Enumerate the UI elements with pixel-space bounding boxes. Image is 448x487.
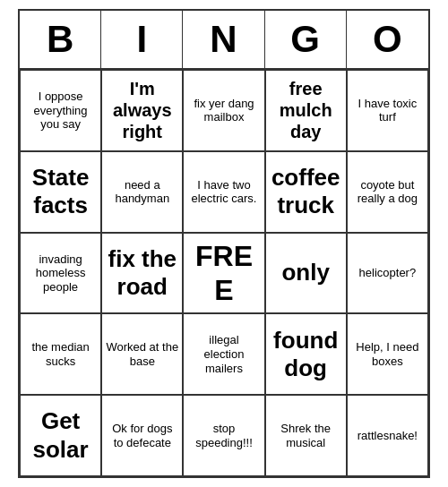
bingo-cell-16: Worked at the base [101,313,183,395]
bingo-cell-0: I oppose everything you say [20,70,101,151]
bingo-cell-3: free mulch day [265,70,347,151]
bingo-cell-2: fix yer dang mailbox [183,70,264,151]
bingo-cell-10: invading homeless people [20,233,101,314]
header-letter-g: G [265,11,347,68]
bingo-cell-23: Shrek the musical [265,395,347,476]
bingo-cell-21: Ok for dogs to defecate [101,395,183,476]
header-letter-i: I [101,11,183,68]
bingo-cell-13: only [265,233,347,314]
bingo-cell-6: need a handyman [101,151,183,233]
header-letter-o: O [347,11,428,68]
bingo-cell-7: I have two electric cars. [183,151,264,233]
bingo-cell-24: rattlesnake! [347,395,428,476]
bingo-cell-5: State facts [20,151,101,233]
header-letter-n: N [183,11,264,68]
bingo-cell-1: I'm always right [101,70,183,151]
bingo-cell-8: coffee truck [265,151,347,233]
bingo-cell-19: Help, I need boxes [347,313,428,395]
bingo-header: BINGO [20,11,428,70]
bingo-cell-12: FREE [183,233,264,314]
bingo-cell-14: helicopter? [347,233,428,314]
bingo-cell-20: Get solar [20,395,101,476]
bingo-cell-18: found dog [265,313,347,395]
bingo-cell-15: the median sucks [20,313,101,395]
bingo-card: BINGO I oppose everything you sayI'm alw… [18,9,430,478]
bingo-cell-9: coyote but really a dog [347,151,428,233]
header-letter-b: B [20,11,101,68]
bingo-cell-11: fix the road [101,233,183,314]
bingo-cell-17: illegal election mailers [183,313,264,395]
bingo-cell-4: I have toxic turf [347,70,428,151]
bingo-cell-22: stop speeding!!! [183,395,264,476]
bingo-grid: I oppose everything you sayI'm always ri… [20,70,428,476]
